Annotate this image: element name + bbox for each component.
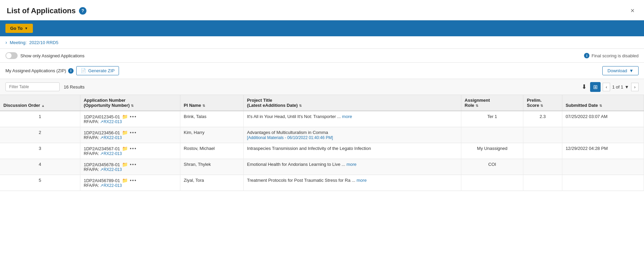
goto-caret-icon: ▼ xyxy=(25,26,28,30)
folder-icon[interactable]: 📁 xyxy=(122,178,128,183)
rfa-link[interactable]: ↗RX22-013 xyxy=(100,135,122,140)
assigned-toggle[interactable] xyxy=(5,52,18,59)
folder-icon[interactable]: 📁 xyxy=(122,146,128,151)
cell-pi-name: Rostov, Michael xyxy=(180,143,243,159)
col-project-title: Project Title(Latest eAdditions Date) ⇅ xyxy=(243,95,461,111)
more-options-icon[interactable]: ••• xyxy=(130,178,137,183)
folder-icon[interactable]: 📁 xyxy=(122,130,128,135)
grid-view-button[interactable]: ⊞ xyxy=(590,82,601,92)
file-icon: 📄 xyxy=(81,68,86,73)
cell-assignment-role: Ter 1 xyxy=(461,111,523,127)
rfa-link[interactable]: ↗RX22-013 xyxy=(100,151,122,156)
rfa-link[interactable]: ↗RX22-013 xyxy=(100,183,122,188)
download-button[interactable]: Download ▼ xyxy=(602,66,639,75)
final-scoring-notice: i Final scoring is disabled xyxy=(584,53,639,58)
more-options-icon[interactable]: ••• xyxy=(130,130,137,135)
col-prelim-score: Prelim.Score ⇅ xyxy=(523,95,562,111)
cell-app-number: 1DP2AI123456-01 📁 ••• RFA/PA: ↗RX22-013 xyxy=(80,127,180,143)
meeting-bar: › Meeting: 2022/10 RRD5 xyxy=(0,36,644,49)
rfa-link[interactable]: ↗RX22-013 xyxy=(100,167,122,172)
cell-submitted-date: 12/29/2022 04:28 PM xyxy=(562,143,644,159)
more-options-icon[interactable]: ••• xyxy=(130,146,137,151)
cell-project-title: Advantages of Multiculturalism in Comma[… xyxy=(243,127,461,143)
page-info: 1 of 1 ▼ xyxy=(612,84,629,90)
page-header: List of Applications ? × xyxy=(0,0,644,20)
filter-right-controls: ⬇ ⊞ ‹ 1 of 1 ▼ › xyxy=(580,82,639,92)
cell-prelim-score xyxy=(523,159,562,175)
table-row: 1 1DP2AI012345-01 📁 ••• RFA/PA: ↗RX22-01… xyxy=(0,111,644,127)
cell-prelim-score: 2.3 xyxy=(523,111,562,127)
zip-label: My Assigned Applications (ZIP) i xyxy=(5,68,74,74)
prev-page-button[interactable]: ‹ xyxy=(603,83,610,91)
folder-icon[interactable]: 📁 xyxy=(122,114,128,119)
folder-icon[interactable]: 📁 xyxy=(122,162,128,167)
col-pi-name: PI Name ⇅ xyxy=(180,95,243,111)
info-icon: i xyxy=(584,53,589,58)
next-page-button[interactable]: › xyxy=(631,83,639,91)
more-link[interactable]: more xyxy=(346,162,357,167)
cell-prelim-score xyxy=(523,143,562,159)
page-caret-icon: ▼ xyxy=(625,84,629,90)
table-row: 3 1DP2AI234567-01 📁 ••• RFA/PA: ↗RX22-01… xyxy=(0,143,644,159)
sort-project-title-icon[interactable]: ⇅ xyxy=(299,104,302,108)
cell-project-title: Treatment Protocols for Post Traumatic S… xyxy=(243,175,461,191)
export-download-icon-button[interactable]: ⬇ xyxy=(580,82,588,92)
meeting-label: Meeting: 2022/10 RRD5 xyxy=(10,40,59,45)
cell-assignment-role: My Unassigned xyxy=(461,143,523,159)
cell-app-number: 1DP2AI345678-01 📁 ••• RFA/PA: ↗RX22-013 xyxy=(80,159,180,175)
cell-submitted-date xyxy=(562,159,644,175)
cell-pi-name: Shran, Thylek xyxy=(180,159,243,175)
sort-pi-name-icon[interactable]: ⇅ xyxy=(202,104,205,108)
cell-submitted-date: 07/25/2022 03:07 AM xyxy=(562,111,644,127)
col-discussion-order: Discussion Order ▲ xyxy=(0,95,80,111)
cell-order: 1 xyxy=(0,111,80,127)
cell-submitted-date xyxy=(562,127,644,143)
cell-assignment-role xyxy=(461,175,523,191)
sort-assignment-role-icon[interactable]: ⇅ xyxy=(476,104,478,108)
rfa-link[interactable]: ↗RX22-013 xyxy=(100,119,122,124)
cell-order: 3 xyxy=(0,143,80,159)
more-options-icon[interactable]: ••• xyxy=(130,162,137,167)
cell-app-number: 1DP2AI012345-01 📁 ••• RFA/PA: ↗RX22-013 xyxy=(80,111,180,127)
help-icon[interactable]: ? xyxy=(79,7,86,15)
sort-app-number-icon[interactable]: ⇅ xyxy=(131,104,134,108)
results-count: 16 Results xyxy=(64,84,84,90)
page-title: List of Applications xyxy=(7,6,76,15)
toolbar-bar: Go To ▼ xyxy=(0,20,644,36)
download-caret-icon: ▼ xyxy=(629,68,633,73)
applications-table: Discussion Order ▲ Application Number(Op… xyxy=(0,95,644,191)
more-link[interactable]: more xyxy=(357,178,367,183)
cell-assignment-role: COI xyxy=(461,159,523,175)
additional-materials-link[interactable]: [Additional Materials - 06/10/2022 01:40… xyxy=(247,135,333,140)
cell-pi-name: Ziyal, Tora xyxy=(180,175,243,191)
cell-app-number: 1DP2AI234567-01 📁 ••• RFA/PA: ↗RX22-013 xyxy=(80,143,180,159)
options-bar: Show only Assigned Applications i Final … xyxy=(0,49,644,63)
sort-submitted-date-icon[interactable]: ⇅ xyxy=(599,104,602,108)
goto-button[interactable]: Go To ▼ xyxy=(5,24,33,33)
cell-project-title: Intraspecies Transmission and Infectivit… xyxy=(243,143,461,159)
cell-app-number: 1DP2AI456789-01 📁 ••• RFA/PA: ↗RX22-013 xyxy=(80,175,180,191)
sort-prelim-score-icon[interactable]: ⇅ xyxy=(540,104,543,108)
meeting-toggle-icon[interactable]: › xyxy=(5,40,7,45)
cell-prelim-score xyxy=(523,175,562,191)
col-submitted-date: Submitted Date ⇅ xyxy=(562,95,644,111)
cell-project-title: Emotional Health for Andorians Learning … xyxy=(243,159,461,175)
cell-order: 4 xyxy=(0,159,80,175)
cell-assignment-role xyxy=(461,127,523,143)
cell-order: 2 xyxy=(0,127,80,143)
col-app-number: Application Number(Opportunity Number) ⇅ xyxy=(80,95,180,111)
sort-discussion-order-icon[interactable]: ▲ xyxy=(41,104,45,108)
table-row: 5 1DP2AI456789-01 📁 ••• RFA/PA: ↗RX22-01… xyxy=(0,175,644,191)
filter-input[interactable] xyxy=(5,82,60,91)
cell-pi-name: Brink, Talas xyxy=(180,111,243,127)
generate-zip-button[interactable]: 📄 Generate ZIP xyxy=(76,66,119,75)
assigned-label: Show only Assigned Applications xyxy=(20,53,84,58)
cell-submitted-date xyxy=(562,175,644,191)
more-link[interactable]: more xyxy=(342,114,352,119)
close-button[interactable]: × xyxy=(628,5,637,16)
col-assignment-role: AssignmentRole ⇅ xyxy=(461,95,523,111)
cell-prelim-score xyxy=(523,127,562,143)
more-options-icon[interactable]: ••• xyxy=(130,114,137,119)
cell-order: 5 xyxy=(0,175,80,191)
cell-project-title: It's All in Your Head, Until It's Not: T… xyxy=(243,111,461,127)
